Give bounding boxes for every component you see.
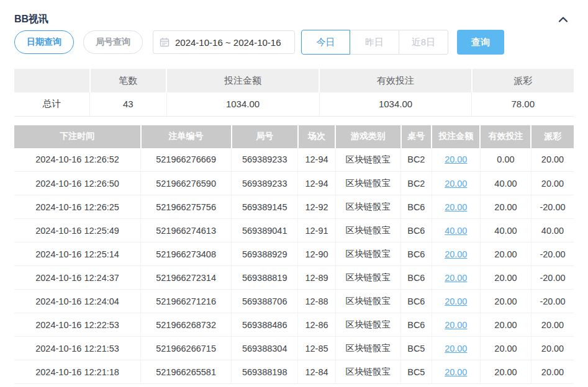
summary-header-payout: 派彩	[472, 69, 574, 92]
round-id: 569388486	[232, 313, 298, 337]
valid-bet: 20.00	[480, 242, 531, 266]
session: 12-91	[298, 219, 335, 242]
bet-time: 2024-10-16 12:26:50	[14, 172, 141, 195]
summary-total-valid-bet: 1034.00	[319, 92, 472, 116]
summary-total-count: 43	[90, 92, 166, 116]
bet-amount-link[interactable]: 40.00	[445, 226, 467, 236]
table-row: 2024-10-16 12:26:52 521966276669 5693892…	[14, 148, 574, 172]
bet-amount-link[interactable]: 20.00	[445, 273, 467, 283]
round-id: 569389233	[232, 172, 298, 195]
order-id: 521966276669	[141, 148, 232, 172]
order-id: 521966272314	[141, 266, 232, 290]
round-id: 569388304	[232, 337, 298, 360]
table-row: 2024-10-16 12:26:25 521966275756 5693891…	[14, 195, 574, 219]
chevron-up-icon[interactable]	[558, 15, 574, 24]
table-row: 2024-10-16 12:25:14 521966273408 5693889…	[14, 242, 574, 266]
bet-table-body: 2024-10-16 12:26:52 521966276669 5693892…	[14, 148, 574, 384]
tab-date-query[interactable]: 日期查询	[14, 30, 74, 54]
panel-header: BB视讯	[14, 0, 574, 27]
bet-amount-link[interactable]: 20.00	[445, 367, 467, 377]
quick-yesterday-button[interactable]: 昨日	[350, 30, 399, 55]
table-row: 2024-10-16 12:21:18 521966265581 5693881…	[14, 360, 574, 384]
summary-total-bet-amount: 1034.00	[166, 92, 319, 116]
game-type: 区块链骰宝	[335, 172, 400, 195]
summary-total-payout: 78.00	[472, 92, 574, 116]
summary-total-row: 总计 43 1034.00 1034.00 78.00	[14, 92, 574, 116]
summary-header-bet-amount: 投注金额	[166, 69, 319, 92]
bb-video-panel: BB视讯 日期查询 局号查询 2024-10-16 ~ 2024-10-16	[0, 0, 588, 384]
table-number: BC6	[401, 242, 432, 266]
bet-amount-link[interactable]: 20.00	[445, 179, 467, 189]
payout: -20.00	[531, 290, 574, 313]
header-valid-bet: 有效投注	[480, 125, 531, 148]
order-id: 521966265581	[141, 360, 232, 384]
bet-amount-link[interactable]: 20.00	[445, 202, 467, 212]
bet-time: 2024-10-16 12:26:52	[14, 148, 141, 172]
bet-amount-link[interactable]: 20.00	[445, 320, 467, 330]
table-row: 2024-10-16 12:24:04 521966271216 5693887…	[14, 290, 574, 313]
payout: -20.00	[531, 242, 574, 266]
bet-amount-link[interactable]: 20.00	[445, 154, 467, 164]
bet-records-table: 下注时间 注单编号 局号 场次 游戏类别 桌号 投注金额 有效投注 派彩 202…	[14, 125, 574, 385]
bet-time: 2024-10-16 12:22:53	[14, 313, 141, 337]
order-id: 521966268732	[141, 313, 232, 337]
payout: 40.00	[531, 219, 574, 242]
payout: 20.00	[531, 360, 574, 384]
round-id: 569388198	[232, 360, 298, 384]
date-range-input[interactable]: 2024-10-16 ~ 2024-10-16	[153, 30, 295, 54]
table-number: BC6	[401, 195, 432, 219]
table-row: 2024-10-16 12:22:53 521966268732 5693884…	[14, 313, 574, 337]
session: 12-94	[298, 148, 335, 172]
order-id: 521966271216	[141, 290, 232, 313]
bet-time: 2024-10-16 12:24:04	[14, 290, 141, 313]
quick-date-group: 今日 昨日 近8日	[301, 30, 448, 55]
filter-bar: 日期查询 局号查询 2024-10-16 ~ 2024-10-16 今日 昨日 …	[14, 30, 574, 55]
session: 12-92	[298, 195, 335, 219]
summary-header-empty	[14, 69, 90, 92]
summary-header-valid-bet: 有效投注	[319, 69, 472, 92]
table-number: BC5	[401, 337, 432, 360]
date-range-value: 2024-10-16 ~ 2024-10-16	[175, 37, 281, 48]
valid-bet: 20.00	[480, 195, 531, 219]
round-id: 569388929	[232, 242, 298, 266]
summary-header-count: 笔数	[90, 69, 166, 92]
page-title: BB视讯	[14, 13, 48, 26]
bet-amount-link[interactable]: 20.00	[445, 344, 467, 354]
bet-time: 2024-10-16 12:21:18	[14, 360, 141, 384]
bet-time: 2024-10-16 12:21:53	[14, 337, 141, 360]
valid-bet: 0.00	[480, 148, 531, 172]
game-type: 区块链骰宝	[335, 313, 400, 337]
round-id: 569388819	[232, 266, 298, 290]
valid-bet: 40.00	[480, 219, 531, 242]
table-number: BC6	[401, 266, 432, 290]
header-session: 场次	[298, 125, 335, 148]
game-type: 区块链骰宝	[335, 360, 400, 384]
payout: 20.00	[531, 148, 574, 172]
payout: 20.00	[531, 337, 574, 360]
bet-time: 2024-10-16 12:24:37	[14, 266, 141, 290]
order-id: 521966276590	[141, 172, 232, 195]
tab-round-query[interactable]: 局号查询	[83, 30, 143, 54]
game-type: 区块链骰宝	[335, 148, 400, 172]
table-number: BC6	[401, 290, 432, 313]
valid-bet: 20.00	[480, 313, 531, 337]
bet-time: 2024-10-16 12:25:49	[14, 219, 141, 242]
order-id: 521966273408	[141, 242, 232, 266]
session: 12-89	[298, 266, 335, 290]
summary-header-row: 笔数 投注金额 有效投注 派彩	[14, 69, 574, 92]
quick-last8days-button[interactable]: 近8日	[399, 30, 448, 55]
bet-amount-link[interactable]: 20.00	[445, 249, 467, 259]
game-type: 区块链骰宝	[335, 337, 400, 360]
header-round-id: 局号	[232, 125, 298, 148]
session: 12-88	[298, 290, 335, 313]
session: 12-90	[298, 242, 335, 266]
quick-today-button[interactable]: 今日	[301, 30, 350, 55]
bet-amount-link[interactable]: 20.00	[445, 296, 467, 306]
order-id: 521966266715	[141, 337, 232, 360]
table-row: 2024-10-16 12:21:53 521966266715 5693883…	[14, 337, 574, 360]
search-button[interactable]: 查询	[457, 30, 504, 55]
table-number: BC2	[401, 172, 432, 195]
valid-bet: 20.00	[480, 266, 531, 290]
game-type: 区块链骰宝	[335, 266, 400, 290]
table-row: 2024-10-16 12:26:50 521966276590 5693892…	[14, 172, 574, 195]
